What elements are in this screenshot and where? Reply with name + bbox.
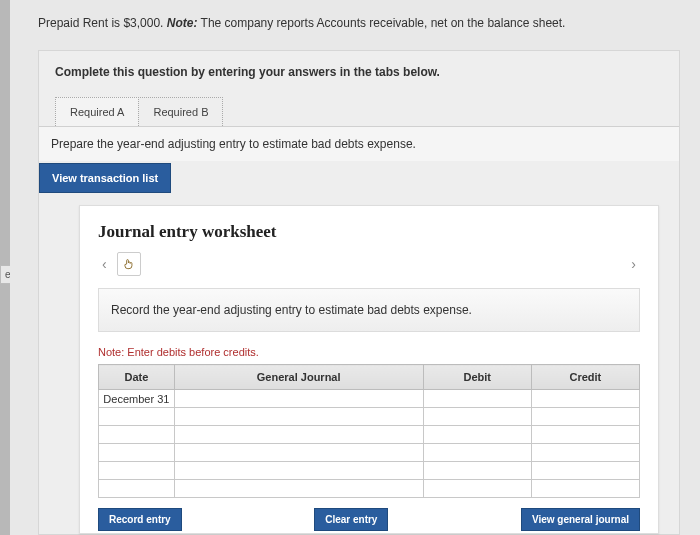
cell-date[interactable] xyxy=(99,444,175,462)
tab-required-b[interactable]: Required B xyxy=(138,97,223,126)
cell-credit[interactable] xyxy=(531,408,639,426)
cell-date[interactable]: December 31 xyxy=(99,390,175,408)
cell-credit[interactable] xyxy=(531,426,639,444)
col-header-date: Date xyxy=(99,365,175,390)
prepare-instruction: Prepare the year-end adjusting entry to … xyxy=(39,126,679,161)
pointer-hand-icon xyxy=(122,257,136,271)
table-row xyxy=(99,480,640,498)
cell-debit[interactable] xyxy=(423,480,531,498)
chevron-right-icon[interactable]: › xyxy=(627,254,640,274)
note-text: The company reports Accounts receivable,… xyxy=(201,16,566,30)
table-row: December 31 xyxy=(99,390,640,408)
cell-debit[interactable] xyxy=(423,462,531,480)
cell-credit[interactable] xyxy=(531,462,639,480)
cell-account[interactable] xyxy=(174,444,423,462)
entry-page-1-button[interactable] xyxy=(117,252,141,276)
cell-credit[interactable] xyxy=(531,480,639,498)
cell-debit[interactable] xyxy=(423,408,531,426)
view-general-journal-button[interactable]: View general journal xyxy=(521,508,640,531)
tab-required-a[interactable]: Required A xyxy=(55,97,139,126)
cell-account[interactable] xyxy=(174,480,423,498)
table-row xyxy=(99,462,640,480)
cell-credit[interactable] xyxy=(531,444,639,462)
debits-before-credits-note: Note: Enter debits before credits. xyxy=(98,346,640,358)
worksheet-title: Journal entry worksheet xyxy=(98,222,640,242)
tabs-instruction: Complete this question by entering your … xyxy=(55,65,663,79)
journal-worksheet-card: Journal entry worksheet ‹ › Record the y… xyxy=(79,205,659,534)
intro-text: Prepaid Rent is $3,000. Note: The compan… xyxy=(38,16,680,30)
cell-date[interactable] xyxy=(99,408,175,426)
record-entry-button[interactable]: Record entry xyxy=(98,508,182,531)
col-header-credit: Credit xyxy=(531,365,639,390)
table-row xyxy=(99,408,640,426)
cell-date[interactable] xyxy=(99,462,175,480)
worksheet-pager: ‹ › xyxy=(98,252,640,276)
page-container: Prepaid Rent is $3,000. Note: The compan… xyxy=(10,0,700,535)
journal-entry-table: Date General Journal Debit Credit Decemb… xyxy=(98,364,640,498)
cell-credit[interactable] xyxy=(531,390,639,408)
col-header-general-journal: General Journal xyxy=(174,365,423,390)
record-instruction-banner: Record the year-end adjusting entry to e… xyxy=(98,288,640,332)
cell-debit[interactable] xyxy=(423,426,531,444)
cell-account[interactable] xyxy=(174,462,423,480)
cell-date[interactable] xyxy=(99,480,175,498)
cell-account[interactable] xyxy=(174,426,423,444)
cell-debit[interactable] xyxy=(423,444,531,462)
clear-entry-button[interactable]: Clear entry xyxy=(314,508,388,531)
tabs-row: Required A Required B xyxy=(55,97,663,126)
tabs-container: Complete this question by entering your … xyxy=(38,50,680,535)
view-transaction-list-button[interactable]: View transaction list xyxy=(39,163,171,193)
worksheet-actions: Record entry Clear entry View general jo… xyxy=(98,508,640,533)
table-row xyxy=(99,444,640,462)
cell-account[interactable] xyxy=(174,390,423,408)
chevron-left-icon[interactable]: ‹ xyxy=(98,254,111,274)
note-label: Note: xyxy=(167,16,198,30)
intro-prefix: Prepaid Rent is $3,000. xyxy=(38,16,167,30)
col-header-debit: Debit xyxy=(423,365,531,390)
table-row xyxy=(99,426,640,444)
cell-debit[interactable] xyxy=(423,390,531,408)
cell-date[interactable] xyxy=(99,426,175,444)
cell-account[interactable] xyxy=(174,408,423,426)
